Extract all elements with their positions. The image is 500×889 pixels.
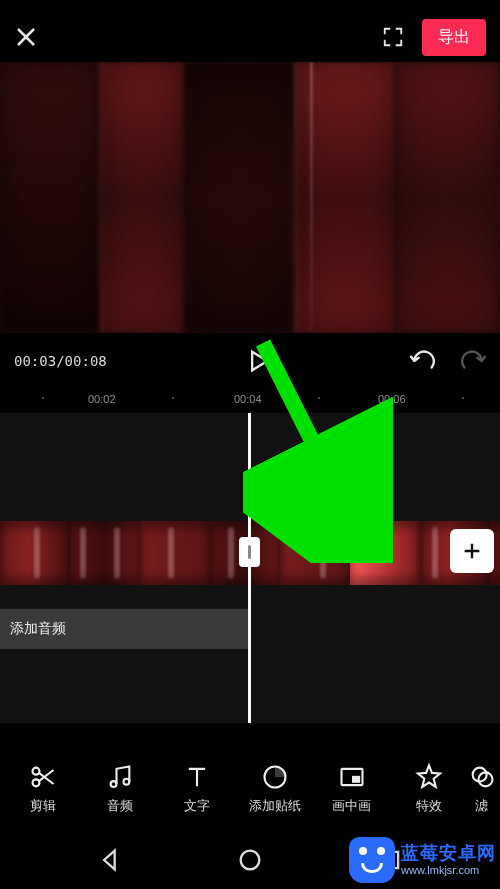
pip-icon: [338, 763, 366, 791]
top-bar: 导出: [0, 12, 500, 62]
close-button[interactable]: [14, 25, 38, 49]
preview-frame: [0, 62, 500, 333]
clip-frame[interactable]: [280, 521, 350, 585]
timeline[interactable]: 添加音频: [0, 413, 500, 723]
add-audio-label: 添加音频: [10, 620, 66, 638]
timeline-ruler[interactable]: 00:02 00:04 00:06: [0, 389, 500, 413]
scissors-icon: [29, 763, 57, 791]
ruler-tick: 00:02: [88, 393, 116, 405]
tool-label: 文字: [184, 797, 210, 815]
tool-label: 音频: [107, 797, 133, 815]
fullscreen-icon[interactable]: [382, 26, 404, 48]
tool-label: 滤: [475, 797, 488, 815]
tool-label: 特效: [416, 797, 442, 815]
clip-frame[interactable]: [70, 521, 140, 585]
clip-frame[interactable]: [140, 521, 210, 585]
ruler-tick: 00:04: [234, 393, 262, 405]
tool-text[interactable]: 文字: [159, 763, 236, 815]
tool-label: 画中画: [332, 797, 371, 815]
tool-label: 剪辑: [30, 797, 56, 815]
add-audio-track[interactable]: 添加音频: [0, 609, 248, 649]
star-icon: [415, 763, 443, 791]
tool-audio[interactable]: 音频: [81, 763, 158, 815]
status-bar: [0, 0, 500, 12]
nav-recent-button[interactable]: [376, 846, 404, 874]
filter-icon: [468, 763, 496, 791]
play-button[interactable]: [244, 347, 272, 375]
clip-frame[interactable]: [350, 521, 420, 585]
tool-effect[interactable]: 特效: [391, 763, 468, 815]
playhead[interactable]: [248, 413, 251, 723]
add-clip-button[interactable]: [450, 529, 494, 573]
svg-point-3: [123, 779, 129, 785]
export-button[interactable]: 导出: [422, 19, 486, 56]
playhead-handle[interactable]: [239, 537, 260, 567]
tool-sticker[interactable]: 添加贴纸: [236, 763, 313, 815]
svg-point-9: [241, 851, 260, 870]
tool-pip[interactable]: 画中画: [313, 763, 390, 815]
tool-filter[interactable]: 滤: [468, 763, 496, 815]
svg-point-2: [111, 781, 117, 787]
bottom-toolbar: 剪辑 音频 文字 添加贴纸 画中画 特效 滤: [0, 747, 500, 831]
redo-button[interactable]: [460, 348, 486, 374]
music-note-icon: [106, 763, 134, 791]
sticker-icon: [261, 763, 289, 791]
android-nav-bar: [0, 831, 500, 889]
svg-rect-10: [382, 852, 398, 868]
nav-home-button[interactable]: [236, 846, 264, 874]
video-preview[interactable]: [0, 62, 500, 333]
nav-back-button[interactable]: [96, 846, 124, 874]
tool-label: 添加贴纸: [249, 797, 301, 815]
transport-bar: 00:03/00:08: [0, 333, 500, 389]
clip-frame[interactable]: [0, 521, 70, 585]
undo-button[interactable]: [410, 348, 436, 374]
tool-cut[interactable]: 剪辑: [4, 763, 81, 815]
svg-rect-6: [352, 776, 360, 783]
text-icon: [183, 763, 211, 791]
ruler-tick: 00:06: [378, 393, 406, 405]
time-display: 00:03/00:08: [14, 353, 107, 369]
